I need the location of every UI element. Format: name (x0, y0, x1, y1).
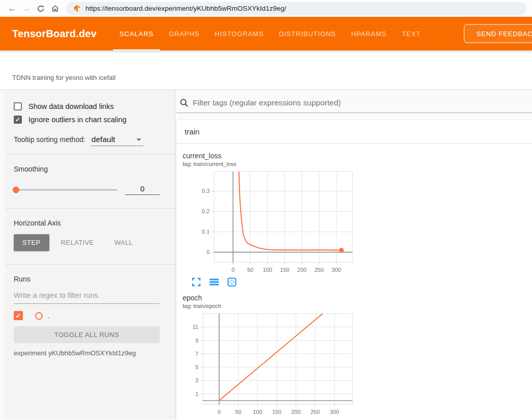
svg-text:50: 50 (247, 267, 253, 273)
tab-scalars[interactable]: SCALARS (112, 17, 161, 50)
horizontal-axis-label: Horizontal Axis (14, 219, 160, 227)
svg-text:0: 0 (218, 409, 221, 415)
tooltip-sorting-row: Tooltip sorting method: default (14, 135, 160, 146)
smoothing-slider-row: 0 (14, 184, 160, 195)
url-text: https://tensorboard.dev/experiment/yKUbh… (85, 5, 286, 12)
tooltip-sorting-value: default (92, 135, 129, 144)
svg-text:200: 200 (297, 267, 306, 273)
tensorboard-favicon (73, 5, 81, 12)
smoothing-label: Smoothing (14, 165, 160, 173)
smoothing-slider[interactable] (14, 189, 117, 190)
filter-tags-row (176, 90, 532, 113)
tensorboard-header: TensorBoard.dev SCALARS GRAPHS HISTOGRAM… (0, 17, 532, 50)
svg-text:200: 200 (291, 409, 301, 415)
run-checkbox[interactable] (14, 311, 23, 320)
axis-relative-button[interactable]: RELATIVE (52, 234, 103, 251)
svg-text:150: 150 (280, 267, 289, 273)
line-chart[interactable]: 05010015020025030000.10.20.3 (183, 169, 358, 275)
home-icon[interactable] (48, 2, 62, 16)
svg-text:0.3: 0.3 (202, 188, 210, 194)
general-settings-section: Show data download links Ignore outliers… (0, 90, 175, 155)
smoothing-value[interactable]: 0 (125, 184, 160, 195)
chart-title: current_loss (183, 152, 358, 160)
svg-text:100: 100 (263, 267, 272, 273)
svg-text:1: 1 (195, 391, 198, 397)
charts-grid: current_loss tag: train/current_loss 050… (176, 144, 532, 419)
show-download-links-row[interactable]: Show data download links (14, 102, 160, 110)
experiment-title-band: TDNN training for yesno with icefall (0, 50, 532, 90)
axis-step-button[interactable]: STEP (14, 234, 49, 251)
run-name: . (48, 312, 50, 320)
train-section-header[interactable]: train (176, 120, 532, 144)
svg-text:5: 5 (195, 364, 198, 370)
send-feedback-button[interactable]: SEND FEEDBACK (464, 24, 532, 43)
svg-text:300: 300 (330, 409, 339, 415)
brand-title: TensorBoard.dev (0, 28, 112, 40)
chart-tag: tag: train/current_loss (183, 161, 358, 167)
chart-card-epoch: epoch tag: train/epoch 05010015020025030… (183, 294, 358, 419)
ignore-outliers-label: Ignore outliers in chart scaling (28, 116, 127, 124)
tooltip-sorting-select[interactable]: default (91, 135, 143, 146)
url-bar[interactable]: https://tensorboard.dev/experiment/yKUbh… (66, 2, 527, 15)
svg-text:9: 9 (195, 338, 198, 344)
runs-filter-input[interactable] (14, 284, 160, 304)
settings-sidebar: Show data download links Ignore outliers… (0, 90, 175, 419)
svg-text:11: 11 (193, 324, 198, 330)
chevron-down-icon (136, 138, 141, 141)
svg-text:0: 0 (231, 267, 234, 273)
svg-text:300: 300 (332, 267, 341, 273)
tab-distributions[interactable]: DISTRIBUTIONS (271, 17, 343, 50)
show-download-links-checkbox[interactable] (14, 102, 22, 110)
toggle-all-runs-button[interactable]: TOGGLE ALL RUNS (14, 326, 160, 343)
tab-hparams[interactable]: HPARAMS (344, 17, 395, 50)
svg-text:250: 250 (314, 267, 323, 273)
show-download-links-label: Show data download links (28, 102, 114, 110)
ignore-outliers-checkbox[interactable] (14, 116, 22, 124)
svg-text:0: 0 (206, 249, 210, 255)
svg-text:100: 100 (253, 409, 262, 415)
search-icon (180, 98, 189, 107)
horizontal-axis-section: Horizontal Axis STEP RELATIVE WALL (0, 209, 175, 265)
tooltip-sorting-label: Tooltip sorting method: (14, 135, 85, 144)
runs-section: Runs . TOGGLE ALL RUNS experiment yKUbhb… (0, 265, 175, 365)
expand-icon[interactable] (192, 277, 201, 287)
train-section-title: train (185, 127, 199, 136)
runs-label: Runs (14, 275, 160, 283)
chart-actions (183, 277, 358, 287)
run-color-swatch[interactable] (35, 312, 43, 320)
experiment-title: TDNN training for yesno with icefall (12, 74, 532, 81)
horizontal-axis-buttons: STEP RELATIVE WALL (14, 234, 160, 251)
svg-text:150: 150 (272, 409, 281, 415)
line-chart[interactable]: 0501001502002503001357911 (183, 311, 358, 417)
axis-wall-button[interactable]: WALL (106, 234, 142, 251)
scalars-main: train current_loss tag: train/current_lo… (175, 90, 532, 419)
smoothing-slider-thumb[interactable] (13, 186, 19, 193)
chart-title: epoch (183, 294, 358, 302)
svg-text:3: 3 (195, 377, 198, 383)
train-section-panel: train current_loss tag: train/current_lo… (176, 120, 532, 419)
svg-text:7: 7 (195, 351, 198, 357)
runs-selector-icon[interactable] (210, 277, 219, 287)
run-row[interactable]: . (14, 311, 160, 320)
nav-tabs: SCALARS GRAPHS HISTOGRAMS DISTRIBUTIONS … (112, 17, 428, 50)
ignore-outliers-row[interactable]: Ignore outliers in chart scaling (14, 116, 160, 124)
chart-tag: tag: train/epoch (183, 303, 358, 309)
svg-text:0.2: 0.2 (202, 208, 210, 214)
browser-toolbar: ← → https://tensorboard.dev/experiment/y… (0, 0, 532, 17)
svg-text:250: 250 (311, 409, 320, 415)
reload-icon[interactable] (34, 2, 48, 16)
back-icon[interactable]: ← (5, 2, 19, 16)
experiment-id-label: experiment yKUbhb5wRmOSXYkId1z9eg (14, 349, 160, 357)
svg-text:50: 50 (235, 409, 241, 415)
forward-icon: → (19, 2, 34, 16)
reload-glyph (37, 5, 45, 13)
fit-domain-icon[interactable] (227, 277, 237, 287)
home-glyph (51, 4, 60, 13)
tab-graphs[interactable]: GRAPHS (161, 17, 207, 50)
filter-tags-input[interactable] (193, 98, 532, 107)
smoothing-section: Smoothing 0 (0, 155, 175, 209)
tab-histograms[interactable]: HISTOGRAMS (207, 17, 271, 50)
chart-card-current-loss: current_loss tag: train/current_loss 050… (183, 152, 358, 287)
tab-text[interactable]: TEXT (394, 17, 428, 50)
svg-text:0.1: 0.1 (202, 229, 210, 235)
